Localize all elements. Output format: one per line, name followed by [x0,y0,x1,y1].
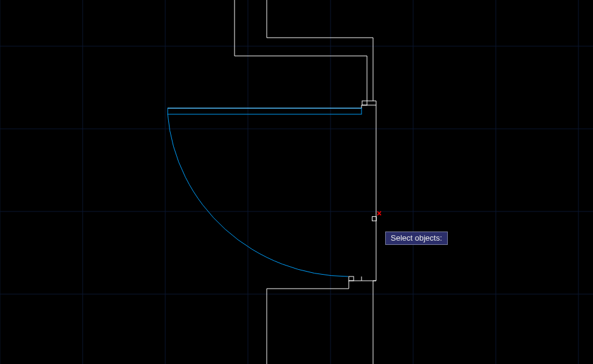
cad-canvas[interactable] [0,0,593,364]
svg-rect-14 [349,276,354,281]
svg-rect-15 [168,108,362,114]
command-tooltip-text: Select objects: [391,233,442,242]
door-swing-arc-selected[interactable] [168,114,348,276]
door-leaf-selected[interactable] [168,108,362,114]
grid [0,0,593,364]
wall-lines[interactable] [168,0,376,364]
svg-rect-13 [362,101,367,105]
command-tooltip: Select objects: [385,232,448,245]
